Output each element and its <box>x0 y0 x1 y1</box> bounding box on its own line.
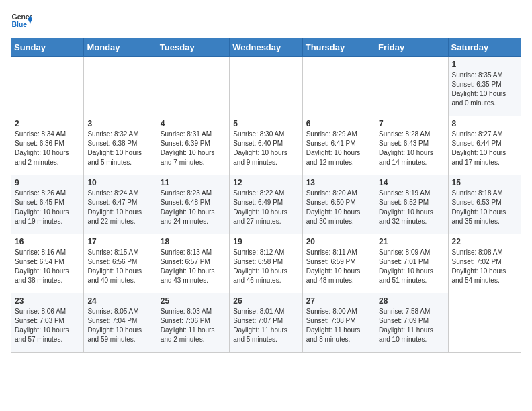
day-info: Sunrise: 8:13 AM Sunset: 6:57 PM Dayligh… <box>161 248 226 285</box>
day-info: Sunrise: 8:32 AM Sunset: 6:38 PM Dayligh… <box>87 130 152 167</box>
day-info: Sunrise: 8:34 AM Sunset: 6:36 PM Dayligh… <box>15 130 80 167</box>
calendar-cell <box>302 57 375 116</box>
calendar-cell: 8Sunrise: 8:27 AM Sunset: 6:44 PM Daylig… <box>448 116 521 175</box>
calendar-cell <box>448 293 521 353</box>
day-number: 26 <box>233 296 298 306</box>
day-number: 17 <box>87 237 152 246</box>
day-info: Sunrise: 8:00 AM Sunset: 7:08 PM Dayligh… <box>306 307 371 345</box>
calendar-cell <box>157 57 229 116</box>
day-info: Sunrise: 8:05 AM Sunset: 7:04 PM Dayligh… <box>87 307 152 345</box>
calendar-cell: 9Sunrise: 8:26 AM Sunset: 6:45 PM Daylig… <box>11 175 84 234</box>
day-info: Sunrise: 8:30 AM Sunset: 6:40 PM Dayligh… <box>233 130 298 167</box>
calendar-cell <box>230 57 302 116</box>
day-info: Sunrise: 8:27 AM Sunset: 6:44 PM Dayligh… <box>452 130 517 167</box>
calendar-cell: 10Sunrise: 8:24 AM Sunset: 6:47 PM Dayli… <box>84 175 157 234</box>
day-number: 11 <box>161 178 226 187</box>
day-number: 12 <box>233 178 298 187</box>
calendar-cell: 14Sunrise: 8:19 AM Sunset: 6:52 PM Dayli… <box>375 175 448 234</box>
day-number: 2 <box>15 119 80 128</box>
day-number: 4 <box>161 119 226 128</box>
day-number: 20 <box>306 237 371 246</box>
weekday-header-friday: Friday <box>375 38 448 57</box>
weekday-header-thursday: Thursday <box>302 38 375 57</box>
calendar-cell: 6Sunrise: 8:29 AM Sunset: 6:41 PM Daylig… <box>302 116 375 175</box>
weekday-header-row: SundayMondayTuesdayWednesdayThursdayFrid… <box>11 38 521 57</box>
calendar-week-row: 1Sunrise: 8:35 AM Sunset: 6:35 PM Daylig… <box>11 57 521 116</box>
day-number: 15 <box>452 178 517 187</box>
calendar-cell: 16Sunrise: 8:16 AM Sunset: 6:54 PM Dayli… <box>11 234 84 293</box>
day-info: Sunrise: 8:23 AM Sunset: 6:48 PM Dayligh… <box>161 189 226 226</box>
calendar-cell: 12Sunrise: 8:22 AM Sunset: 6:49 PM Dayli… <box>230 175 302 234</box>
calendar-cell: 20Sunrise: 8:11 AM Sunset: 6:59 PM Dayli… <box>302 234 375 293</box>
calendar-cell <box>84 57 157 116</box>
day-info: Sunrise: 8:35 AM Sunset: 6:35 PM Dayligh… <box>452 71 517 108</box>
weekday-header-wednesday: Wednesday <box>230 38 302 57</box>
calendar-cell: 5Sunrise: 8:30 AM Sunset: 6:40 PM Daylig… <box>230 116 302 175</box>
weekday-header-sunday: Sunday <box>11 38 84 57</box>
day-info: Sunrise: 8:19 AM Sunset: 6:52 PM Dayligh… <box>379 189 444 226</box>
calendar-cell: 22Sunrise: 8:08 AM Sunset: 7:02 PM Dayli… <box>448 234 521 293</box>
day-info: Sunrise: 8:08 AM Sunset: 7:02 PM Dayligh… <box>452 248 517 285</box>
day-number: 19 <box>233 237 298 246</box>
calendar-cell: 26Sunrise: 8:01 AM Sunset: 7:07 PM Dayli… <box>230 293 302 353</box>
day-number: 13 <box>306 178 371 187</box>
day-info: Sunrise: 8:03 AM Sunset: 7:06 PM Dayligh… <box>161 307 226 345</box>
calendar-cell: 1Sunrise: 8:35 AM Sunset: 6:35 PM Daylig… <box>448 57 521 116</box>
weekday-header-monday: Monday <box>84 38 157 57</box>
calendar-cell: 19Sunrise: 8:12 AM Sunset: 6:58 PM Dayli… <box>230 234 302 293</box>
weekday-header-saturday: Saturday <box>448 38 521 57</box>
day-info: Sunrise: 8:22 AM Sunset: 6:49 PM Dayligh… <box>233 189 298 226</box>
day-number: 24 <box>87 296 152 306</box>
calendar-cell: 13Sunrise: 8:20 AM Sunset: 6:50 PM Dayli… <box>302 175 375 234</box>
day-info: Sunrise: 8:29 AM Sunset: 6:41 PM Dayligh… <box>306 130 371 167</box>
calendar-cell: 23Sunrise: 8:06 AM Sunset: 7:03 PM Dayli… <box>11 293 84 353</box>
calendar-cell: 4Sunrise: 8:31 AM Sunset: 6:39 PM Daylig… <box>157 116 229 175</box>
day-info: Sunrise: 8:24 AM Sunset: 6:47 PM Dayligh… <box>87 189 152 226</box>
day-number: 27 <box>306 296 371 306</box>
calendar-cell: 11Sunrise: 8:23 AM Sunset: 6:48 PM Dayli… <box>157 175 229 234</box>
day-number: 5 <box>233 119 298 128</box>
day-number: 8 <box>452 119 517 128</box>
day-info: Sunrise: 8:18 AM Sunset: 6:53 PM Dayligh… <box>452 189 517 226</box>
calendar-cell: 27Sunrise: 8:00 AM Sunset: 7:08 PM Dayli… <box>302 293 375 353</box>
day-number: 18 <box>161 237 226 246</box>
day-info: Sunrise: 8:01 AM Sunset: 7:07 PM Dayligh… <box>233 307 298 345</box>
calendar-cell: 17Sunrise: 8:15 AM Sunset: 6:56 PM Dayli… <box>84 234 157 293</box>
day-info: Sunrise: 8:15 AM Sunset: 6:56 PM Dayligh… <box>87 248 152 285</box>
day-number: 6 <box>306 119 371 128</box>
day-info: Sunrise: 8:09 AM Sunset: 7:01 PM Dayligh… <box>379 248 444 285</box>
calendar-cell: 25Sunrise: 8:03 AM Sunset: 7:06 PM Dayli… <box>157 293 229 353</box>
calendar-cell: 2Sunrise: 8:34 AM Sunset: 6:36 PM Daylig… <box>11 116 84 175</box>
calendar-week-row: 2Sunrise: 8:34 AM Sunset: 6:36 PM Daylig… <box>11 116 521 175</box>
day-number: 10 <box>87 178 152 187</box>
calendar-week-row: 9Sunrise: 8:26 AM Sunset: 6:45 PM Daylig… <box>11 175 521 234</box>
calendar-cell <box>375 57 448 116</box>
day-number: 3 <box>87 119 152 128</box>
calendar-cell: 7Sunrise: 8:28 AM Sunset: 6:43 PM Daylig… <box>375 116 448 175</box>
calendar-cell: 3Sunrise: 8:32 AM Sunset: 6:38 PM Daylig… <box>84 116 157 175</box>
calendar-cell <box>11 57 84 116</box>
calendar-cell: 24Sunrise: 8:05 AM Sunset: 7:04 PM Dayli… <box>84 293 157 353</box>
calendar-week-row: 16Sunrise: 8:16 AM Sunset: 6:54 PM Dayli… <box>11 234 521 293</box>
svg-text:Blue: Blue <box>12 21 28 28</box>
calendar-cell: 21Sunrise: 8:09 AM Sunset: 7:01 PM Dayli… <box>375 234 448 293</box>
day-number: 21 <box>379 237 444 246</box>
header: General Blue <box>11 11 521 30</box>
day-info: Sunrise: 8:06 AM Sunset: 7:03 PM Dayligh… <box>15 307 80 345</box>
calendar-table: SundayMondayTuesdayWednesdayThursdayFrid… <box>11 38 521 353</box>
day-info: Sunrise: 8:26 AM Sunset: 6:45 PM Dayligh… <box>15 189 80 226</box>
day-number: 28 <box>379 296 444 306</box>
logo: General Blue <box>11 11 32 30</box>
calendar-week-row: 23Sunrise: 8:06 AM Sunset: 7:03 PM Dayli… <box>11 293 521 353</box>
logo-icon: General Blue <box>11 11 32 30</box>
calendar-cell: 28Sunrise: 7:58 AM Sunset: 7:09 PM Dayli… <box>375 293 448 353</box>
weekday-header-tuesday: Tuesday <box>157 38 229 57</box>
calendar-cell: 15Sunrise: 8:18 AM Sunset: 6:53 PM Dayli… <box>448 175 521 234</box>
day-number: 25 <box>161 296 226 306</box>
day-info: Sunrise: 8:28 AM Sunset: 6:43 PM Dayligh… <box>379 130 444 167</box>
calendar-cell: 18Sunrise: 8:13 AM Sunset: 6:57 PM Dayli… <box>157 234 229 293</box>
day-info: Sunrise: 8:31 AM Sunset: 6:39 PM Dayligh… <box>161 130 226 167</box>
day-number: 7 <box>379 119 444 128</box>
day-info: Sunrise: 7:58 AM Sunset: 7:09 PM Dayligh… <box>379 307 444 345</box>
day-info: Sunrise: 8:11 AM Sunset: 6:59 PM Dayligh… <box>306 248 371 285</box>
